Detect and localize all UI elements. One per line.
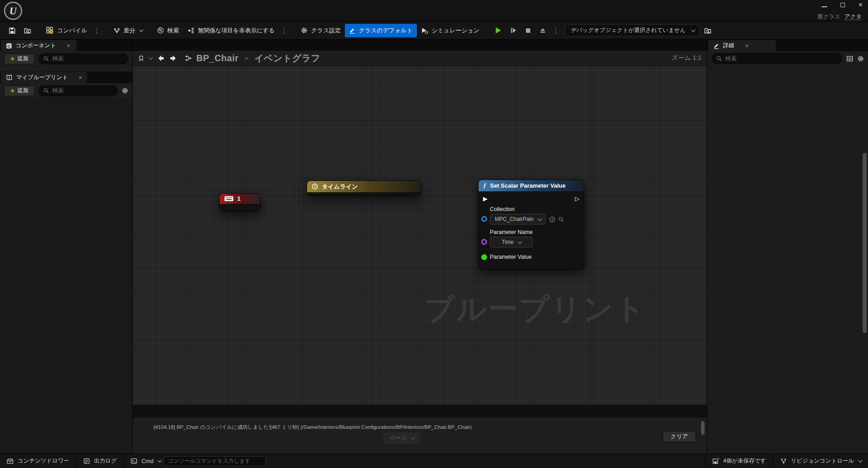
display-options-icon[interactable] xyxy=(846,55,853,62)
tab-details[interactable]: 詳細 × xyxy=(708,40,776,51)
bottom-panel: [4104.18] BP_Chair のコンパイルに成功しました![467 ミリ… xyxy=(133,405,707,454)
parameter-name-pin[interactable] xyxy=(481,239,487,245)
simulate-button[interactable]: シミュレーション xyxy=(417,24,484,37)
save-button[interactable] xyxy=(5,24,20,37)
class-settings-button[interactable]: クラス設定 xyxy=(297,24,345,37)
chevron-down-icon xyxy=(411,435,415,440)
add-blueprint-item-button[interactable]: +追加 xyxy=(4,86,35,96)
zoom-level-label: ズーム 1:1 xyxy=(672,54,701,62)
clear-button[interactable]: クリア xyxy=(663,431,696,442)
gear-icon xyxy=(301,27,307,34)
svg-text:C: C xyxy=(8,43,11,48)
function-icon: ƒ xyxy=(483,182,487,189)
keyboard-icon xyxy=(224,196,234,202)
stop-button[interactable] xyxy=(521,25,535,36)
title-bar: U × xyxy=(0,0,868,11)
gear-icon[interactable] xyxy=(857,55,864,62)
debug-browse-button[interactable] xyxy=(700,24,715,37)
close-icon[interactable]: × xyxy=(67,42,70,49)
tab-my-blueprint[interactable]: マイブループリント × xyxy=(1,72,87,83)
add-component-button[interactable]: +追加 xyxy=(4,54,35,64)
nav-forward-icon[interactable] xyxy=(169,54,178,63)
unreal-logo-icon[interactable]: U xyxy=(4,1,23,20)
unreal-editor-window: U × 親クラスアクタ ?コンパイル ⋮ 差分 検索 無関係な項目を非表示にする… xyxy=(0,0,868,468)
folder-search-icon xyxy=(704,27,711,34)
minimize-icon[interactable] xyxy=(822,6,827,7)
revision-control-button[interactable]: リビジョンコントロール xyxy=(773,454,868,468)
debug-object-dropdown[interactable]: デバッグオブジェクトが選択されていません xyxy=(565,24,700,36)
breadcrumb-root[interactable]: BP_Chair xyxy=(196,53,239,63)
pencil-icon xyxy=(713,43,719,49)
frame-skip-button[interactable] xyxy=(506,24,521,36)
play-options-kebab-icon[interactable]: ⋮ xyxy=(550,27,561,35)
svg-text:*: * xyxy=(718,458,719,461)
chevron-down-icon xyxy=(691,27,696,32)
exec-in-pin[interactable]: ▶ xyxy=(483,196,488,202)
node-set-scalar-parameter-value[interactable]: ƒ Set Scalar Parameter Value ▶ ▷ Collect… xyxy=(478,180,584,270)
parent-class-link[interactable]: アクタ xyxy=(845,14,862,20)
graph-breadcrumb-bar: BP_Chair ＞ イベントグラフ ズーム 1:1 xyxy=(133,51,707,66)
folder-search-icon xyxy=(24,27,31,34)
tab-components[interactable]: C コンポーネント × xyxy=(1,40,77,51)
compile-log-line: [4104.18] BP_Chair のコンパイルに成功しました![467 ミリ… xyxy=(154,424,472,431)
parameter-value-pin[interactable] xyxy=(481,254,487,260)
cmd-dropdown[interactable]: Cmd xyxy=(124,454,163,468)
find-button[interactable]: 検索 xyxy=(153,24,183,37)
details-search-input[interactable]: 検索 xyxy=(711,53,842,64)
node-keyboard-key-1[interactable]: 1 xyxy=(219,193,261,211)
compile-options-kebab-icon[interactable]: ⋮ xyxy=(91,27,103,35)
breadcrumb-separator: ＞ xyxy=(243,54,250,63)
node-header[interactable]: タイムライン xyxy=(307,181,420,193)
scrollbar-thumb[interactable] xyxy=(863,153,867,333)
compile-button[interactable]: ?コンパイル xyxy=(42,24,91,37)
scrollbar-thumb[interactable] xyxy=(701,421,705,435)
node-header[interactable]: ƒ Set Scalar Parameter Value xyxy=(479,180,584,192)
my-blueprint-search-input[interactable]: 検索 xyxy=(38,86,118,96)
parameter-name-dropdown[interactable]: Time xyxy=(490,237,533,248)
collection-dropdown[interactable]: MPC_ChairPain xyxy=(490,214,546,225)
class-defaults-button[interactable]: クラスのデフォルト xyxy=(345,24,417,37)
graph-icon xyxy=(185,55,192,62)
chevron-down-icon xyxy=(158,458,162,463)
nav-back-icon[interactable] xyxy=(156,54,165,63)
chevron-down-icon[interactable] xyxy=(149,55,153,60)
breadcrumb-current[interactable]: イベントグラフ xyxy=(254,52,321,64)
hide-unrelated-kebab-icon[interactable]: ⋮ xyxy=(279,27,290,35)
page-dropdown[interactable]: ページ xyxy=(383,432,420,444)
components-search-input[interactable]: 検索 xyxy=(38,54,128,64)
search-icon xyxy=(43,56,49,62)
play-icon xyxy=(494,27,502,34)
compile-icon: ? xyxy=(46,27,54,34)
maximize-icon[interactable] xyxy=(841,3,845,7)
pin-label: Parameter Value xyxy=(490,254,532,260)
diff-button[interactable]: 差分 xyxy=(109,24,146,37)
output-log-button[interactable]: 出力ログ xyxy=(77,454,124,468)
browse-button[interactable] xyxy=(20,24,35,37)
hide-unrelated-button[interactable]: 無関係な項目を非表示にする xyxy=(183,24,279,37)
diff-icon xyxy=(113,27,120,34)
collection-pin[interactable] xyxy=(481,216,487,222)
event-graph-canvas[interactable]: ブループリント 1 タイムライン xyxy=(133,66,707,405)
exec-out-pin[interactable]: ▷ xyxy=(575,196,579,202)
unsaved-assets-button[interactable]: *4個が未保存です xyxy=(705,454,773,468)
close-icon[interactable]: × xyxy=(79,74,82,81)
gear-icon[interactable] xyxy=(122,87,128,94)
console-icon xyxy=(131,458,137,464)
close-window-icon[interactable]: × xyxy=(859,1,863,9)
play-button[interactable] xyxy=(490,24,506,37)
close-icon[interactable]: × xyxy=(745,42,749,49)
save-asterisk-icon: * xyxy=(712,458,719,464)
bookmark-icon[interactable] xyxy=(138,55,144,61)
pin-label: Parameter Name xyxy=(490,229,533,235)
asset-tab-bar: 親クラスアクタ xyxy=(0,11,868,22)
hide-unrelated-icon xyxy=(187,27,194,34)
search-icon[interactable] xyxy=(558,216,564,222)
node-header[interactable]: 1 xyxy=(220,194,260,204)
status-bar: コンテンツドロワー 出力ログ Cmd コンソールコマンドを入力します *4個が未… xyxy=(0,454,868,468)
console-command-input[interactable]: コンソールコマンドを入力します xyxy=(163,456,266,466)
browse-to-asset-icon[interactable] xyxy=(549,216,556,223)
eject-button[interactable] xyxy=(535,24,550,36)
blueprint-watermark: ブループリント xyxy=(425,289,646,329)
content-drawer-button[interactable]: コンテンツドロワー xyxy=(0,454,77,468)
node-timeline[interactable]: タイムライン xyxy=(307,180,421,196)
